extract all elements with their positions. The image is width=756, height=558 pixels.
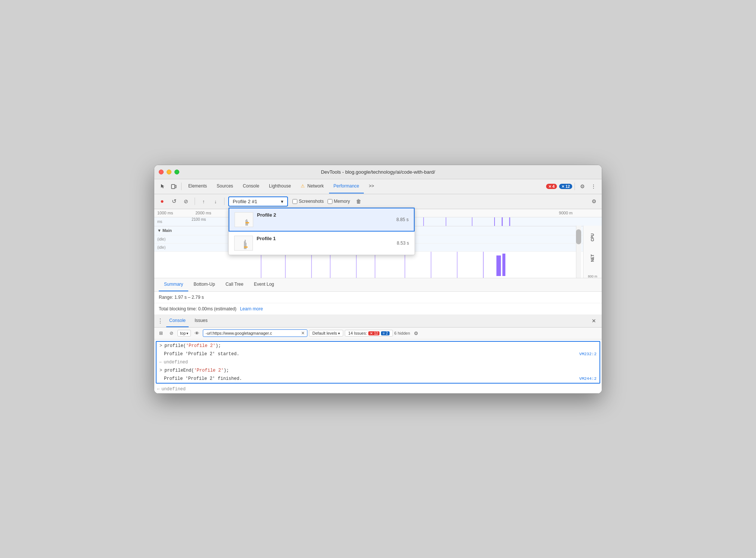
console-line-2: Profile 'Profile 2' started. VM232:2 [157, 350, 599, 358]
tab-performance[interactable]: Performance [329, 179, 364, 193]
scrollbar-thumb[interactable] [576, 229, 581, 244]
console-sidebar-toggle[interactable]: ⊞ [157, 329, 165, 338]
profile-menu-item-2[interactable]: Profile 2 8.85 s [229, 208, 415, 232]
log-levels-dropdown[interactable]: Default levels ▾ [309, 330, 343, 337]
ruler-mark-9000: 9000 m [559, 211, 573, 215]
console-location-2[interactable]: VM244:2 [576, 375, 597, 382]
track-label-ms: ms [154, 220, 184, 224]
record-button[interactable]: ● [157, 196, 167, 206]
console-line-1: > profile('Profile 2'); [157, 342, 599, 350]
profile-1-thumbnail [234, 236, 253, 251]
timeline-bar-8 [423, 217, 424, 226]
tab-bottom-up[interactable]: Bottom-Up [188, 278, 220, 291]
devtools-window: DevTools - blog.google/technology/ai/cod… [154, 165, 602, 394]
issues-count-badge: 14 Issues: ✕ 12 ≡ 2 [345, 330, 393, 337]
minimize-button[interactable] [167, 170, 171, 174]
close-button[interactable] [159, 170, 164, 174]
console-tab-console[interactable]: Console [166, 314, 189, 327]
console-settings-button[interactable]: ⚙ [412, 329, 421, 338]
info-count-badge: ≡ 2 [381, 331, 389, 335]
lower-bar-10 [483, 252, 484, 278]
console-location-1[interactable]: VM232:2 [576, 351, 597, 357]
console-output: > profile('Profile 2'); Profile 'Profile… [156, 341, 600, 384]
settings-button[interactable]: ⚙ [577, 181, 588, 192]
reload-record-button[interactable]: ↺ [169, 196, 179, 206]
toolbar-separator-1 [195, 198, 195, 205]
tab-sources[interactable]: Sources [212, 179, 238, 193]
upload-button[interactable]: ↑ [199, 196, 208, 206]
profile-2-thumbnail [235, 212, 253, 227]
warning-x-icon: ✕ [561, 185, 564, 189]
tab-network[interactable]: ⚠ Network [296, 179, 328, 193]
svg-rect-2 [235, 213, 253, 227]
profile-dropdown-button[interactable]: Profile 2 #1 ▾ [228, 196, 288, 207]
console-clear-button[interactable]: ⊘ [167, 329, 176, 338]
more-options-button[interactable]: ⋮ [588, 181, 599, 192]
chevron-down-icon: ▾ [281, 199, 284, 204]
titlebar: DevTools - blog.google/technology/ai/cod… [154, 165, 602, 179]
net-value-label: 800 m [588, 275, 597, 278]
tab-summary[interactable]: Summary [159, 278, 188, 291]
blocking-time-info: Total blocking time: 0.00ms (estimated) … [154, 303, 602, 315]
learn-more-link[interactable]: Learn more [240, 306, 263, 311]
context-selector[interactable]: top ▾ [177, 330, 191, 337]
perf-toolbar: ● ↺ ⊘ ↑ ↓ Profile 2 #1 ▾ [154, 194, 602, 209]
lower-bar-tall-1 [496, 255, 501, 276]
capture-settings-button[interactable]: ⚙ [589, 196, 599, 206]
console-undefined-2: undefined [161, 386, 186, 393]
console-toolbar: ⊞ ⊘ top ▾ 👁 -url:https://www.googletagma… [154, 328, 602, 340]
svg-rect-4 [235, 236, 253, 251]
nav-separator-2 [574, 183, 575, 190]
screenshots-checkbox-group[interactable]: Screenshots [292, 199, 324, 204]
console-tab-issues[interactable]: Issues [192, 314, 211, 327]
window-controls [159, 170, 179, 174]
main-track-label: ▼ Main [154, 228, 184, 233]
timeline-bar-11 [494, 217, 495, 226]
tab-lighthouse[interactable]: Lighthouse [264, 179, 295, 193]
console-line-5: Profile 'Profile 2' finished. VM244:2 [157, 375, 599, 383]
hidden-count-label: 6 hidden [394, 331, 410, 335]
idle-label-1: (idle) [154, 237, 184, 241]
more-tabs-button[interactable]: >> [365, 179, 379, 193]
maximize-button[interactable] [174, 170, 179, 174]
console-output-2: Profile 'Profile 2' finished. [164, 375, 576, 382]
url-filter-clear[interactable]: ✕ [301, 331, 305, 336]
console-arrow-1: ← [159, 359, 162, 366]
cursor-tool-button[interactable] [157, 181, 168, 192]
error-count-badge: ✕ 12 [368, 331, 379, 335]
timeline-bar-9 [446, 217, 446, 226]
screenshots-checkbox[interactable] [292, 199, 297, 204]
console-line-3: ← undefined [157, 358, 599, 366]
device-toolbar-button[interactable] [168, 181, 179, 192]
memory-checkbox-group[interactable]: Memory [328, 199, 350, 204]
track-time-2100: 2100 ms [192, 217, 206, 221]
console-prompt-1: > [159, 342, 162, 349]
log-levels-chevron-icon: ▾ [338, 331, 340, 335]
tab-elements[interactable]: Elements [184, 179, 211, 193]
profile-menu-item-1[interactable]: Profile 1 8.53 s [229, 232, 415, 255]
memory-checkbox[interactable] [328, 199, 332, 204]
svg-rect-3 [245, 222, 249, 223]
timeline-track-separator [154, 252, 602, 278]
warning-badge: ✕ 12 [559, 184, 572, 189]
tab-event-log[interactable]: Event Log [249, 278, 279, 291]
download-button[interactable]: ↓ [211, 196, 220, 206]
ruler-mark-1000: 1000 ms [157, 211, 173, 215]
nav-badges: ✕ 4 ✕ 12 [546, 184, 572, 189]
window-title: DevTools - blog.google/technology/ai/cod… [321, 169, 435, 175]
console-drag-handle[interactable]: ⋮ [157, 317, 163, 325]
url-filter-field[interactable]: -url:https://www.googletagmanager.c ✕ [203, 329, 307, 337]
console-section: ⋮ Console Issues ✕ ⊞ ⊘ top ▾ 👁 -url:http… [154, 315, 602, 393]
timeline-scrollbar[interactable] [576, 226, 581, 278]
console-close-button[interactable]: ✕ [589, 316, 599, 326]
tab-console[interactable]: Console [238, 179, 264, 193]
console-arrow-2: ← [157, 386, 160, 393]
console-prompt-2: > [159, 367, 162, 374]
lower-bar-6 [375, 252, 375, 278]
tab-call-tree[interactable]: Call Tree [220, 278, 249, 291]
clear-button[interactable]: ⊘ [181, 196, 191, 206]
delete-recording-button[interactable]: 🗑 [354, 196, 363, 206]
devtools-navbar: Elements Sources Console Lighthouse ⚠ Ne… [154, 179, 602, 194]
filter-by-live-expression[interactable]: 👁 [192, 329, 201, 338]
error-x-icon: ✕ [548, 185, 551, 189]
